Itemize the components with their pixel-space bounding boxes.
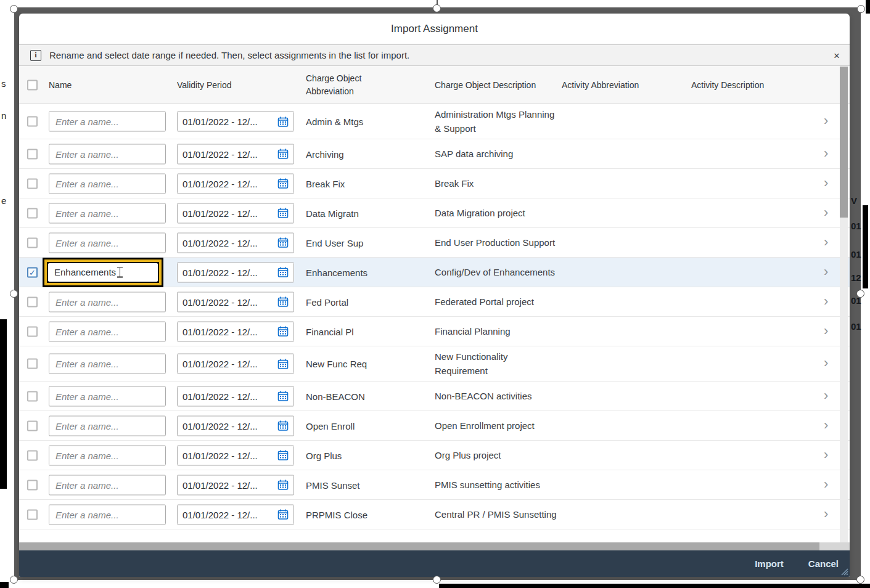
table-row[interactable]: 01/01/2022 - 12/... Fed Portal Federated… <box>19 287 850 317</box>
table-row[interactable]: 01/01/2022 - 12/... Data Migratn Data Mi… <box>19 198 850 228</box>
row-checkbox[interactable] <box>27 178 38 189</box>
close-icon[interactable]: × <box>834 50 840 60</box>
validity-period-field[interactable]: 01/01/2022 - 12/... <box>177 354 294 374</box>
selection-handle[interactable] <box>10 290 18 298</box>
row-checkbox[interactable] <box>27 480 38 490</box>
chevron-right-icon[interactable]: › <box>824 263 828 279</box>
calendar-icon[interactable] <box>277 326 289 337</box>
name-input[interactable] <box>49 504 166 525</box>
selection-handle[interactable] <box>433 4 441 12</box>
calendar-icon[interactable] <box>277 237 289 248</box>
resize-grip-icon[interactable] <box>840 568 848 576</box>
table-row[interactable]: 01/01/2022 - 12/... PMIS Sunset PMIS sun… <box>19 470 850 500</box>
name-input[interactable] <box>49 232 166 253</box>
row-checkbox[interactable] <box>27 296 38 307</box>
row-checkbox[interactable] <box>27 420 38 431</box>
calendar-icon[interactable] <box>277 391 289 402</box>
calendar-icon[interactable] <box>277 296 289 308</box>
validity-period-field[interactable]: 01/01/2022 - 12/... <box>177 415 294 436</box>
selection-handle[interactable] <box>10 5 18 13</box>
name-input[interactable] <box>49 292 166 312</box>
chevron-right-icon[interactable]: › <box>824 322 828 338</box>
horizontal-scrollbar-thumb[interactable] <box>19 542 819 550</box>
validity-period-field[interactable]: 01/01/2022 - 12/... <box>177 475 294 495</box>
calendar-icon[interactable] <box>277 149 289 160</box>
chevron-right-icon[interactable]: › <box>824 204 828 220</box>
name-input[interactable] <box>49 203 166 223</box>
row-checkbox[interactable]: ✓ <box>27 267 38 277</box>
cancel-button[interactable]: Cancel <box>808 558 839 569</box>
row-checkbox[interactable] <box>27 116 38 127</box>
row-checkbox[interactable] <box>27 359 38 369</box>
row-checkbox[interactable] <box>27 391 38 401</box>
validity-period-field[interactable]: 01/01/2022 - 12/... <box>177 112 294 132</box>
validity-period-field[interactable]: 01/01/2022 - 12/... <box>177 386 294 406</box>
table-row[interactable]: 01/01/2022 - 12/... Admin & Mtgs Adminis… <box>19 104 850 139</box>
selection-handle[interactable] <box>856 290 864 298</box>
select-all-checkbox[interactable] <box>27 80 38 90</box>
horizontal-scrollbar[interactable] <box>19 542 850 550</box>
validity-period-field[interactable]: 01/01/2022 - 12/... <box>177 262 294 282</box>
calendar-icon[interactable] <box>277 358 289 369</box>
table-row[interactable]: 01/01/2022 - 12/... End User Sup End Use… <box>19 228 850 258</box>
validity-period-field[interactable]: 01/01/2022 - 12/... <box>177 292 294 312</box>
selection-handle[interactable] <box>10 576 18 584</box>
chevron-right-icon[interactable]: › <box>824 387 828 403</box>
row-checkbox[interactable] <box>27 326 38 337</box>
table-row[interactable]: 01/01/2022 - 12/... Non-BEACON Non-BEACO… <box>19 382 850 411</box>
table-row[interactable]: 01/01/2022 - 12/... PRPMIS Close Central… <box>19 500 850 529</box>
calendar-icon[interactable] <box>277 178 289 189</box>
row-checkbox[interactable] <box>27 208 38 218</box>
name-input[interactable] <box>49 475 166 495</box>
chevron-right-icon[interactable]: › <box>824 234 828 250</box>
calendar-icon[interactable] <box>277 509 289 520</box>
table-row[interactable]: 01/01/2022 - 12/... Financial Pl Financi… <box>19 317 850 346</box>
table-row[interactable]: 01/01/2022 - 12/... Archiving SAP data a… <box>19 139 850 169</box>
table-row[interactable]: 01/01/2022 - 12/... Org Plus Org Plus pr… <box>19 441 850 470</box>
chevron-right-icon[interactable]: › <box>824 446 828 462</box>
name-input[interactable] <box>49 445 166 465</box>
selection-handle[interactable] <box>857 5 865 13</box>
name-input[interactable] <box>49 386 166 406</box>
validity-period-field[interactable]: 01/01/2022 - 12/... <box>177 445 294 465</box>
name-input[interactable] <box>49 144 166 164</box>
chevron-right-icon[interactable]: › <box>824 505 828 521</box>
selection-handle[interactable] <box>433 576 441 584</box>
calendar-icon[interactable] <box>277 450 289 461</box>
table-row[interactable]: ✓ 01/01/2022 - 12/... Enhancements Confi… <box>19 258 850 287</box>
name-input[interactable] <box>49 173 166 194</box>
calendar-icon[interactable] <box>277 208 289 219</box>
table-row[interactable]: 01/01/2022 - 12/... Break Fix Break Fix … <box>19 169 850 198</box>
name-input[interactable] <box>49 354 166 374</box>
chevron-right-icon[interactable]: › <box>824 417 828 433</box>
row-checkbox[interactable] <box>27 149 38 159</box>
row-checkbox[interactable] <box>27 237 38 248</box>
table-row[interactable]: 01/01/2022 - 12/... Open Enroll Open Enr… <box>19 411 850 441</box>
validity-period-field[interactable]: 01/01/2022 - 12/... <box>177 203 294 223</box>
chevron-right-icon[interactable]: › <box>824 113 828 129</box>
validity-period-field[interactable]: 01/01/2022 - 12/... <box>177 144 294 164</box>
table-row[interactable]: 01/01/2022 - 12/... New Func Req New Fun… <box>19 346 850 382</box>
row-checkbox[interactable] <box>27 450 38 460</box>
name-input[interactable] <box>49 321 166 341</box>
calendar-icon[interactable] <box>277 116 289 127</box>
validity-period-field[interactable]: 01/01/2022 - 12/... <box>177 504 294 525</box>
vertical-scrollbar-thumb[interactable] <box>840 67 848 218</box>
name-input[interactable] <box>49 415 166 436</box>
name-input[interactable] <box>48 263 158 282</box>
selection-handle[interactable] <box>856 576 864 584</box>
validity-period-field[interactable]: 01/01/2022 - 12/... <box>177 173 294 194</box>
validity-period-field[interactable]: 01/01/2022 - 12/... <box>177 321 294 341</box>
chevron-right-icon[interactable]: › <box>824 174 828 190</box>
chevron-right-icon[interactable]: › <box>824 293 828 309</box>
name-input[interactable] <box>49 112 166 132</box>
calendar-icon[interactable] <box>277 420 289 431</box>
chevron-right-icon[interactable]: › <box>824 355 828 371</box>
chevron-right-icon[interactable]: › <box>824 145 828 161</box>
validity-period-field[interactable]: 01/01/2022 - 12/... <box>177 232 294 253</box>
vertical-scrollbar[interactable] <box>840 67 848 542</box>
import-button[interactable]: Import <box>755 558 784 569</box>
chevron-right-icon[interactable]: › <box>824 476 828 492</box>
calendar-icon[interactable] <box>277 480 289 491</box>
row-checkbox[interactable] <box>27 509 38 520</box>
